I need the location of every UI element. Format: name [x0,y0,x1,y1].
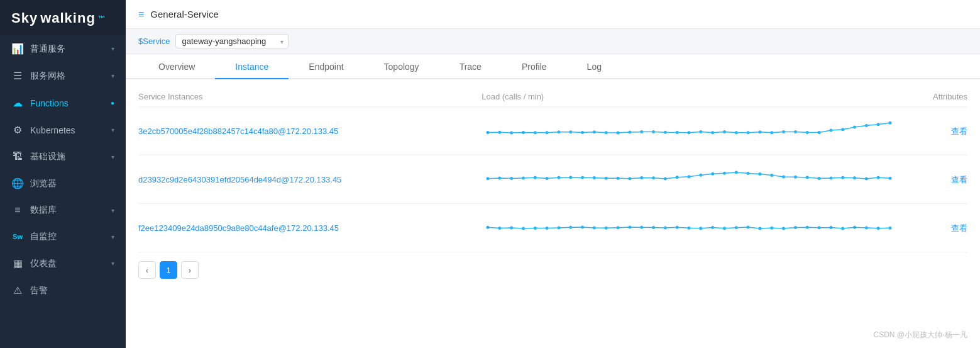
tab-overview[interactable]: Overview [138,54,215,79]
infra-icon: 🏗 [11,151,24,162]
svg-point-11 [617,131,620,134]
cloud-icon: ☁ [11,97,24,109]
svg-point-65 [841,176,844,179]
sidebar-item-normal-service[interactable]: 📊 普通服务 ▾ [0,35,126,62]
svg-point-22 [747,131,750,134]
svg-point-36 [498,177,502,180]
svg-point-18 [700,130,703,133]
globe-icon: 🌐 [11,177,24,189]
svg-point-47 [629,177,632,180]
svg-point-14 [652,130,655,133]
sidebar-item-functions[interactable]: ☁ Functions ● [0,89,126,116]
svg-point-62 [806,176,809,179]
tab-trace[interactable]: Trace [439,54,502,79]
svg-point-8 [581,131,584,134]
view-attr-link[interactable]: 查看 [951,126,967,136]
svg-point-15 [664,131,667,134]
svg-point-25 [782,130,785,133]
prev-page-button[interactable]: ‹ [138,261,156,279]
sidebar-label-normal-service: 普通服务 [30,43,105,55]
svg-point-35 [487,177,490,180]
svg-point-32 [865,124,868,127]
sidebar-item-browser[interactable]: 🌐 浏览器 [0,170,126,197]
mesh-icon: ☰ [11,70,24,82]
sidebar-item-kubernetes[interactable]: ⚙ Kubernetes ▾ [0,116,126,143]
instance-link[interactable]: f2ee123409e24da8950c9a8e80c44afe@172.20.… [138,223,339,233]
svg-point-69 [889,177,892,180]
svg-point-86 [676,226,679,229]
service-select[interactable]: gateway-yangshaoping [175,34,289,48]
watermark: CSDN @小屁孩大帅-杨一凡 [873,330,967,340]
svg-point-59 [770,174,773,177]
col-load-header: Load (calls / min) [482,86,909,107]
logo-dot: ™ [98,14,106,23]
svg-point-37 [510,177,513,180]
next-page-button[interactable]: › [181,261,199,279]
sidebar-label-infrastructure: 基础设施 [30,151,105,162]
instance-link[interactable]: 3e2cb570005e4f28b882457c14c4fa80@172.20.… [138,126,338,136]
sidebar-label-service-mesh: 服务网格 [30,70,105,82]
table-row: d23932c9d2e6430391efd20564de494d@172.20.… [138,155,967,204]
tab-instance[interactable]: Instance [215,54,289,79]
svg-point-88 [700,227,703,230]
svg-point-34 [889,121,892,125]
svg-point-20 [723,130,726,133]
sidebar-item-dashboard[interactable]: ▦ 仪表盘 ▾ [0,250,126,277]
sidebar-item-database[interactable]: ≡ 数据库 ▾ [0,197,126,223]
svg-point-55 [723,172,726,175]
sidebar-label-kubernetes: Kubernetes [30,125,105,135]
sidebar-item-alert[interactable]: ⚠ 告警 [0,277,126,304]
col-attrs-header: Attributes [909,86,967,107]
svg-point-89 [711,226,714,229]
svg-point-75 [546,227,549,230]
sw-icon: Sw [11,233,24,240]
svg-point-38 [522,177,525,180]
service-select-wrap[interactable]: gateway-yangshaoping ▾ [175,34,289,48]
svg-point-0 [487,131,490,134]
svg-point-3 [522,131,525,134]
sidebar-item-self-monitor[interactable]: Sw 自监控 ▾ [0,223,126,250]
mini-chart [482,215,896,240]
tab-profile[interactable]: Profile [502,54,567,79]
instances-table: Service Instances Load (calls / min) Att… [138,86,967,252]
page-title: General-Service [150,9,218,20]
svg-point-2 [510,131,513,134]
svg-point-29 [830,128,833,132]
alert-icon: ⚠ [11,284,24,296]
top-bar: ≡ General-Service [126,0,980,29]
view-attr-link[interactable]: 查看 [951,223,967,233]
svg-point-77 [569,226,572,229]
svg-point-9 [593,130,596,133]
svg-point-73 [522,227,525,230]
svg-point-52 [688,175,691,178]
tab-log[interactable]: Log [567,54,622,79]
svg-point-27 [806,131,809,134]
sidebar-label-alert: 告警 [30,285,114,296]
chevron-down-icon-6: ▾ [111,233,114,240]
svg-point-30 [841,128,844,131]
tab-endpoint[interactable]: Endpoint [289,54,363,79]
tab-topology[interactable]: Topology [364,54,439,79]
svg-point-6 [558,130,561,133]
svg-point-50 [664,177,667,180]
page-1-button[interactable]: 1 [160,261,177,279]
svg-point-42 [569,176,572,179]
instance-link[interactable]: d23932c9d2e6430391efd20564de494d@172.20.… [138,175,341,184]
svg-point-49 [652,176,655,179]
svg-point-92 [747,226,750,229]
svg-point-96 [794,226,797,229]
sidebar-item-infrastructure[interactable]: 🏗 基础设施 ▾ [0,143,126,170]
svg-point-23 [759,130,762,133]
page-icon: ≡ [138,9,144,20]
svg-point-102 [865,226,868,229]
dashboard-icon: ▦ [11,257,24,269]
svg-point-74 [534,227,537,230]
svg-point-16 [676,131,679,134]
svg-point-103 [877,227,880,230]
svg-point-80 [605,227,608,230]
svg-point-51 [676,176,679,179]
view-attr-link[interactable]: 查看 [951,175,967,184]
svg-point-13 [640,130,643,133]
database-icon: ≡ [11,205,24,216]
sidebar-item-service-mesh[interactable]: ☰ 服务网格 ▾ [0,62,126,89]
